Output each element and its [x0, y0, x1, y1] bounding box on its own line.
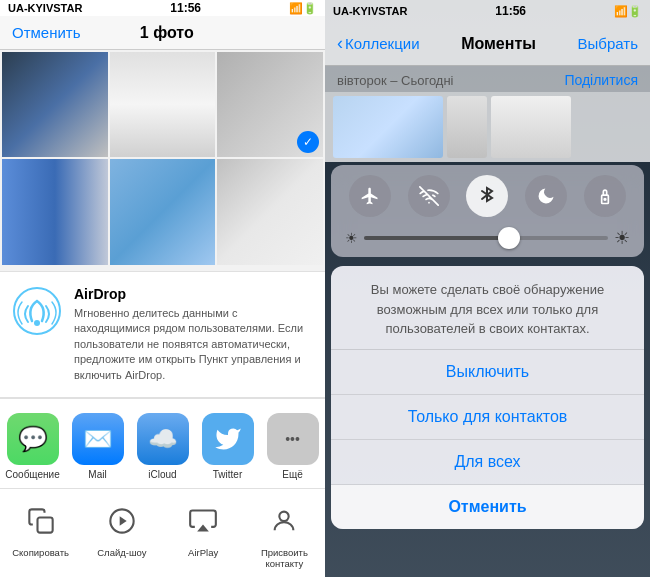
- action-assign[interactable]: Присвоить контакту: [244, 499, 325, 569]
- airdrop-section: AirDrop Мгновенно делитесь данными с нах…: [0, 271, 325, 398]
- share-item-mail[interactable]: ✉️ Mail: [65, 413, 130, 480]
- photo-cell-1[interactable]: [2, 52, 108, 158]
- messages-icon: 💬: [7, 413, 59, 465]
- svg-marker-4: [120, 516, 127, 525]
- action-airplay[interactable]: AirPlay: [163, 499, 244, 558]
- moments-date-text: вівторок – Сьогодні: [337, 73, 454, 88]
- nav-title-right: Моменты: [461, 35, 536, 53]
- status-icons-right: 📶🔋: [614, 5, 642, 18]
- action-slideshow[interactable]: Слайд-шоу: [81, 499, 162, 558]
- messages-label: Сообщение: [5, 469, 59, 480]
- wifi-button[interactable]: [408, 175, 450, 217]
- back-label: Коллекции: [345, 35, 420, 52]
- status-icons-left: 📶🔋: [289, 2, 317, 15]
- share-item-more[interactable]: ••• Ещё: [260, 413, 325, 480]
- time-right: 11:56: [495, 4, 526, 18]
- airdrop-dialog: Вы можете сделать своё обнаружение возмо…: [331, 266, 644, 529]
- share-item-icloud[interactable]: ☁️ iCloud: [130, 413, 195, 480]
- status-bar-right: UA-KYIVSTAR 11:56 📶🔋: [325, 0, 650, 22]
- thumb-2[interactable]: [447, 96, 487, 158]
- cancel-button[interactable]: Отменить: [12, 24, 81, 41]
- everyone-button[interactable]: Для всех: [331, 440, 644, 485]
- mail-label: Mail: [88, 469, 106, 480]
- copy-icon: [19, 499, 63, 543]
- airplay-label: AirPlay: [188, 547, 218, 558]
- bluetooth-button[interactable]: [466, 175, 508, 217]
- carrier-right: UA-KYIVSTAR: [333, 5, 407, 17]
- disable-button[interactable]: Выключить: [331, 350, 644, 395]
- svg-point-8: [604, 199, 606, 201]
- slideshow-label: Слайд-шоу: [97, 547, 146, 558]
- contacts-only-button[interactable]: Только для контактов: [331, 395, 644, 440]
- nav-bar-right: ‹ Коллекции Моменты Выбрать: [325, 22, 650, 66]
- brightness-slider-row: ☀ ☀: [341, 225, 634, 251]
- assign-icon: [262, 499, 306, 543]
- control-center: ☀ ☀: [331, 165, 644, 257]
- brightness-high-icon: ☀: [614, 227, 630, 249]
- svg-rect-2: [37, 518, 52, 533]
- svg-point-1: [34, 320, 40, 326]
- brightness-fill: [364, 236, 510, 240]
- thumbnail-strip: [325, 92, 650, 162]
- airplay-icon: [181, 499, 225, 543]
- left-panel: UA-KYIVSTAR 11:56 📶🔋 Отменить 1 фото: [0, 0, 325, 577]
- back-arrow-icon: ‹: [337, 33, 343, 54]
- cancel-dialog-button[interactable]: Отменить: [331, 485, 644, 529]
- icloud-icon: ☁️: [137, 413, 189, 465]
- airdrop-title: AirDrop: [74, 286, 313, 302]
- svg-marker-5: [197, 525, 209, 532]
- rotation-lock-button[interactable]: [584, 175, 626, 217]
- nav-bar-left: Отменить 1 фото: [0, 16, 325, 49]
- photo-cell-4[interactable]: [2, 159, 108, 265]
- svg-point-6: [280, 512, 289, 521]
- time-left: 11:56: [170, 1, 201, 15]
- slideshow-icon: [100, 499, 144, 543]
- thumb-1[interactable]: [333, 96, 443, 158]
- airdrop-icon: [12, 286, 62, 336]
- more-share-label: Ещё: [282, 469, 302, 480]
- right-panel: UA-KYIVSTAR 11:56 📶🔋 ‹ Коллекции Моменты…: [325, 0, 650, 577]
- status-bar-left: UA-KYIVSTAR 11:56 📶🔋: [0, 0, 325, 16]
- brightness-slider[interactable]: [364, 236, 608, 240]
- photo-cell-3[interactable]: [217, 52, 323, 158]
- mail-icon: ✉️: [72, 413, 124, 465]
- dialog-message: Вы можете сделать своё обнаружение возмо…: [331, 266, 644, 350]
- carrier-left: UA-KYIVSTAR: [8, 2, 82, 14]
- share-item-twitter[interactable]: Twitter: [195, 413, 260, 480]
- more-share-icon: •••: [267, 413, 319, 465]
- airdrop-description: Мгновенно делитесь данными с находящимис…: [74, 306, 313, 383]
- photo-cell-5[interactable]: [110, 159, 216, 265]
- airplane-mode-button[interactable]: [349, 175, 391, 217]
- twitter-icon: [202, 413, 254, 465]
- brightness-low-icon: ☀: [345, 230, 358, 246]
- thumb-3[interactable]: [491, 96, 571, 158]
- copy-label: Скопировать: [12, 547, 69, 558]
- do-not-disturb-button[interactable]: [525, 175, 567, 217]
- action-copy[interactable]: Скопировать: [0, 499, 81, 558]
- svg-point-0: [14, 288, 60, 334]
- nav-title-left: 1 фото: [140, 24, 194, 42]
- brightness-thumb[interactable]: [498, 227, 520, 249]
- action-icons-row: Скопировать Слайд-шоу AirPlay Присвоить …: [0, 488, 325, 577]
- select-button[interactable]: Выбрать: [578, 35, 638, 52]
- share-item-messages[interactable]: 💬 Сообщение: [0, 413, 65, 480]
- photo-cell-6[interactable]: [217, 159, 323, 265]
- airdrop-text: AirDrop Мгновенно делитесь данными с нах…: [74, 286, 313, 383]
- assign-label: Присвоить контакту: [244, 547, 325, 569]
- share-icons-row: 💬 Сообщение ✉️ Mail ☁️ iCloud Twitter ••…: [0, 398, 325, 488]
- photo-cell-2[interactable]: [110, 52, 216, 158]
- cc-icons-row: [341, 175, 634, 217]
- back-button[interactable]: ‹ Коллекции: [337, 33, 420, 54]
- moments-date-bar: вівторок – Сьогодні Поділитися: [325, 66, 650, 92]
- share-moments-button[interactable]: Поділитися: [564, 72, 638, 88]
- photo-grid: [0, 50, 325, 267]
- icloud-label: iCloud: [148, 469, 176, 480]
- twitter-label: Twitter: [213, 469, 242, 480]
